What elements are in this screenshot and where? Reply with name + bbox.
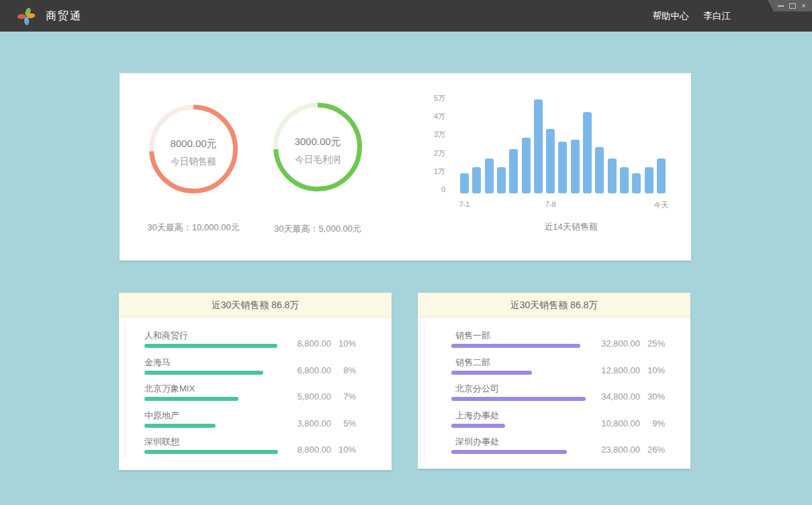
today-summary-card: 8000.00元 今日销售额 30天最高：10,000.00元 3000.00元…: [120, 73, 691, 261]
row-percent: 7%: [331, 392, 356, 402]
maximize-button[interactable]: [789, 3, 796, 9]
progress-bar: [144, 424, 216, 428]
app-title: 商贸通: [46, 0, 82, 32]
today-profit-label: 今日毛利润: [295, 154, 341, 166]
sales-bar: [546, 129, 555, 193]
row-values: 23,800.0026%: [590, 445, 665, 455]
today-sales-value: 8000.00元: [170, 138, 216, 150]
user-menu[interactable]: 李白江: [704, 10, 731, 22]
row-values: 6,800.008%: [281, 365, 356, 376]
today-profit-summary: 3000.00元 今日毛利润: [273, 103, 362, 191]
today-sales-label: 今日销售额: [171, 156, 216, 168]
y-axis-tick: 3万: [418, 130, 445, 138]
sales-bar: [534, 99, 543, 193]
row-amount: 5,800.00: [281, 392, 331, 402]
progress-bar: [451, 397, 586, 401]
row-values: 32,800.0025%: [590, 338, 665, 349]
list-item: 北京万象MIX5,800.007%: [144, 381, 356, 408]
x-axis-tick: 今天: [641, 200, 681, 210]
app-logo-icon: [17, 7, 35, 26]
row-values: 8,800.0010%: [281, 445, 356, 455]
progress-bar: [451, 424, 505, 428]
sales-bar: [595, 147, 604, 193]
y-axis-tick: 2万: [418, 149, 445, 157]
y-axis-tick: 0: [418, 185, 445, 193]
sales-bar: [645, 167, 653, 193]
progress-bar: [451, 344, 580, 348]
today-profit-donut: 3000.00元 今日毛利润: [273, 103, 362, 191]
progress-bar: [144, 450, 278, 454]
row-percent: 9%: [640, 418, 665, 429]
row-percent: 5%: [331, 418, 356, 429]
sales-bar: [497, 167, 506, 193]
row-values: 34,800.0030%: [590, 392, 665, 402]
row-percent: 26%: [640, 445, 665, 455]
sales-bar: [460, 173, 469, 193]
row-amount: 12,800.00: [590, 365, 640, 376]
sales-bar: [620, 167, 629, 193]
y-axis-tick: 1万: [418, 167, 445, 175]
app-window: 商贸通 帮助中心 李白江 × 8000.00元 今日销售额 30天最高：10,0…: [0, 0, 812, 505]
list-item: 深圳联想8,800.0010%: [144, 434, 356, 461]
sales-bar: [485, 158, 494, 193]
help-center-link[interactable]: 帮助中心: [653, 10, 689, 22]
sales-bar: [632, 173, 641, 193]
row-amount: 8,800.00: [281, 445, 331, 455]
today-sales-donut: 8000.00元 今日销售额: [149, 105, 238, 193]
list-item: 北京分公司34,800.0030%: [451, 381, 665, 408]
row-values: 12,800.0010%: [590, 365, 665, 376]
row-amount: 34,800.00: [590, 392, 640, 402]
bar-chart-title: 近14天销售额: [480, 221, 662, 233]
list-item: 人和商贸行8,800.0010%: [144, 328, 356, 355]
sales-bar: [608, 158, 617, 193]
sales-bar: [472, 167, 481, 193]
y-axis-tick: 4万: [418, 112, 445, 120]
panel-header: 近30天销售额 86.8万: [119, 293, 392, 318]
title-bar: 商贸通 帮助中心 李白江 ×: [0, 0, 812, 32]
panel-body: 人和商贸行8,800.0010%金海马6,800.008%北京万象MIX5,80…: [119, 318, 392, 461]
row-percent: 25%: [640, 338, 665, 349]
row-values: 3,800.005%: [281, 418, 356, 429]
list-item: 深圳办事处23,800.0026%: [451, 434, 665, 461]
row-percent: 10%: [331, 338, 356, 349]
row-percent: 10%: [640, 365, 665, 376]
y-axis-tick: 5万: [418, 94, 445, 102]
panel-header: 近30天销售额 86.8万: [418, 293, 690, 318]
list-item: 销售一部32,800.0025%: [451, 328, 665, 355]
progress-bar: [451, 371, 532, 375]
row-percent: 30%: [640, 392, 665, 402]
list-item: 中原地产3,800.005%: [144, 408, 356, 435]
progress-bar: [144, 397, 238, 401]
panel-left-rule: [424, 322, 424, 459]
customer-sales-panel: 近30天销售额 86.8万 人和商贸行8,800.0010%金海马6,800.0…: [119, 293, 392, 470]
minimize-button[interactable]: [778, 5, 784, 7]
progress-bar: [451, 450, 567, 454]
list-item: 金海马6,800.008%: [144, 355, 356, 382]
row-values: 10,800.009%: [590, 418, 665, 429]
topbar-menu: 帮助中心 李白江: [653, 0, 731, 32]
sales-bar: [571, 140, 580, 193]
list-item: 销售二部12,800.0010%: [451, 355, 665, 382]
sales-bar: [583, 112, 592, 193]
row-amount: 23,800.00: [590, 445, 640, 455]
x-axis-tick: 7-1: [445, 200, 485, 208]
sales-bar-chart: [460, 73, 682, 193]
sales-bar: [522, 138, 531, 193]
row-amount: 3,800.00: [281, 418, 331, 429]
row-amount: 10,800.00: [590, 418, 640, 429]
row-percent: 10%: [331, 445, 356, 455]
today-sales-summary: 8000.00元 今日销售额: [149, 105, 238, 193]
profit-30day-max: 30天最高：5,000.00元: [230, 223, 405, 235]
list-item: 上海办事处10,800.009%: [451, 408, 665, 435]
sales-bar: [509, 149, 518, 193]
sales-bar: [558, 142, 567, 193]
department-sales-panel: 近30天销售额 86.8万 销售一部32,800.0025%销售二部12,800…: [418, 293, 690, 469]
row-values: 5,800.007%: [281, 392, 356, 402]
progress-bar: [144, 371, 263, 375]
close-button[interactable]: ×: [801, 3, 806, 9]
progress-bar: [144, 344, 277, 348]
row-amount: 32,800.00: [590, 338, 640, 349]
sales-bar: [657, 158, 666, 193]
row-percent: 8%: [331, 365, 356, 376]
row-values: 8,800.0010%: [281, 338, 356, 349]
